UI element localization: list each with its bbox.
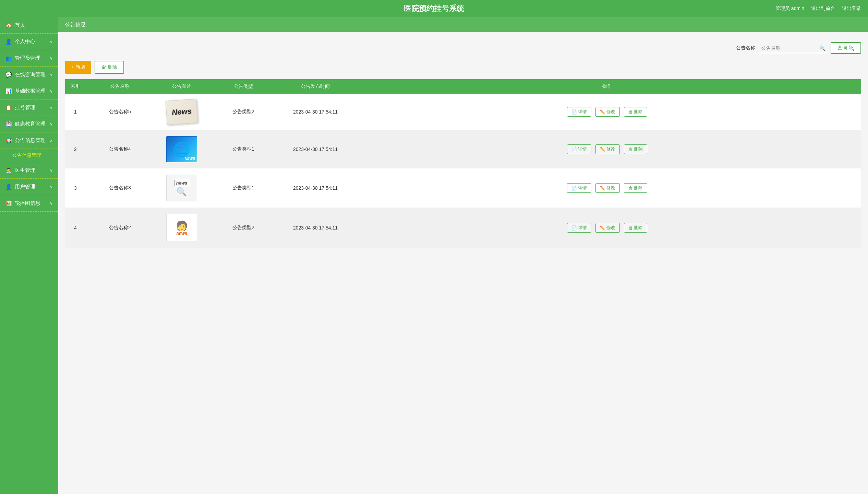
logout-link[interactable]: 退出登录 xyxy=(842,5,861,12)
edit-icon2: ✏️ xyxy=(600,147,605,152)
search-bar: 公告名称 🔍 查询 🔍 xyxy=(58,39,868,61)
edit-button4[interactable]: ✏️ 修改 xyxy=(595,223,620,233)
search-input[interactable] xyxy=(759,43,827,53)
cell-index: 2 xyxy=(65,130,86,168)
search-btn-icon: 🔍 xyxy=(848,45,854,51)
chat-icon: 💬 xyxy=(5,72,12,78)
sidebar-label-banner: 轮播图信息 xyxy=(15,200,40,207)
row-delete-icon4: 🗑 xyxy=(628,225,633,231)
sidebar-item-health-edu[interactable]: 🏥 健康教育管理 ∨ xyxy=(0,116,58,132)
cell-action: 📄 详情 ✏️ 修改 🗑 删除 xyxy=(353,208,861,248)
search-label: 公告名称 xyxy=(736,45,755,51)
row-delete-button4[interactable]: 🗑 删除 xyxy=(624,223,647,233)
search-btn-label: 查询 xyxy=(837,45,847,51)
cell-index: 4 xyxy=(65,208,86,248)
table-row: 1 公告名称5 News 公告类型2 2023-04-30 17:54:11 xyxy=(65,94,861,130)
sidebar-label-basic-data: 基础数据管理 xyxy=(15,88,46,94)
edit-icon: ✏️ xyxy=(600,109,605,115)
sidebar-item-doctor[interactable]: 👨‍⚕️ 医生管理 ∨ xyxy=(0,162,58,179)
detail-icon2: 📄 xyxy=(571,147,577,152)
batch-delete-button[interactable]: 🗑 删除 xyxy=(95,61,124,74)
edit-button3[interactable]: ✏️ 修改 xyxy=(595,183,620,193)
detail-button[interactable]: 📄 详情 xyxy=(567,107,591,117)
sidebar-item-admin-manage[interactable]: 👥 管理员管理 ∨ xyxy=(0,50,58,67)
cell-action: 📄 详情 ✏️ 修改 🗑 删除 xyxy=(353,94,861,130)
edit-label: 修改 xyxy=(606,109,615,115)
chevron-down-icon5: ∨ xyxy=(50,105,53,110)
sidebar-label-admin: 管理员管理 xyxy=(15,55,40,61)
detail-icon: 📄 xyxy=(571,109,577,115)
back-to-front-link[interactable]: 退出到前台 xyxy=(811,5,835,12)
add-btn-label: + 新增 xyxy=(71,64,85,70)
edit-button2[interactable]: ✏️ 修改 xyxy=(595,144,620,154)
col-time: 公告发布时间 xyxy=(278,79,353,94)
row-delete-button[interactable]: 🗑 删除 xyxy=(624,107,647,117)
sidebar-item-personal[interactable]: 👤 个人中心 ∨ xyxy=(0,34,58,50)
sidebar-item-notice-active[interactable]: 公告信息管理 xyxy=(0,149,58,162)
add-button[interactable]: + 新增 xyxy=(65,61,91,74)
sidebar-item-basic-data[interactable]: 📊 基础数据管理 ∨ xyxy=(0,83,58,99)
layout: 🏠 首页 👤 个人中心 ∨ 👥 管理员管理 ∨ 💬 在线咨询管理 xyxy=(0,17,868,494)
sidebar-item-notice-manage[interactable]: 📢 公告信息管理 ∧ xyxy=(0,132,58,149)
col-img: 公告图片 xyxy=(154,79,209,94)
search-button[interactable]: 查询 🔍 xyxy=(831,42,861,54)
sidebar-label-health: 健康教育管理 xyxy=(15,121,46,127)
cell-img: 🧑 NEWS xyxy=(154,208,209,248)
cell-index: 1 xyxy=(65,94,86,130)
sidebar-label-notice-active: 公告信息管理 xyxy=(12,152,41,158)
cell-action: 📄 详情 ✏️ 修改 🗑 删除 xyxy=(353,130,861,168)
sidebar-item-appointment[interactable]: 📋 挂号管理 ∨ xyxy=(0,99,58,116)
cell-name: 公告名称4 xyxy=(86,130,154,168)
sidebar-label-personal: 个人中心 xyxy=(15,38,35,45)
cell-img: 🌐 NEWS xyxy=(154,130,209,168)
row-delete-button3[interactable]: 🗑 删除 xyxy=(624,183,647,193)
sidebar-label-notice: 公告信息管理 xyxy=(15,137,46,144)
row-delete-label3: 删除 xyxy=(634,185,643,191)
header-right: 管理员 admin 退出到前台 退出登录 xyxy=(775,5,861,12)
chevron-down-icon7: ∨ xyxy=(50,168,53,173)
cell-type: 公告类型2 xyxy=(209,94,278,130)
edit-button[interactable]: ✏️ 修改 xyxy=(595,107,620,117)
delete-btn-label: 删除 xyxy=(108,64,117,70)
sidebar-item-banner[interactable]: 🖼️ 轮播图信息 ∨ xyxy=(0,195,58,212)
detail-label: 详情 xyxy=(578,109,587,115)
cell-time: 2023-04-30 17:54:11 xyxy=(278,168,353,208)
row-delete-button2[interactable]: 🗑 删除 xyxy=(624,144,647,154)
row-delete-label4: 删除 xyxy=(634,225,643,231)
chevron-down-icon9: ∨ xyxy=(50,201,53,206)
admin-label: 管理员 admin xyxy=(775,5,804,12)
health-icon: 🏥 xyxy=(5,121,12,127)
chevron-down-icon8: ∨ xyxy=(50,185,53,189)
sidebar-label-user-manage: 用户管理 xyxy=(15,184,35,190)
chevron-down-icon6: ∨ xyxy=(50,122,53,127)
search-icon: 🔍 xyxy=(819,45,825,51)
detail-icon3: 📄 xyxy=(571,186,577,191)
detail-button4[interactable]: 📄 详情 xyxy=(567,223,591,233)
chevron-up-icon: ∧ xyxy=(50,138,53,143)
edit-label3: 修改 xyxy=(606,185,615,191)
users-icon: 👤 xyxy=(5,184,12,190)
table-wrap: 索引 公告名称 公告图片 公告类型 公告发布时间 操作 1 公告名称5 xyxy=(58,79,868,248)
data-icon: 📊 xyxy=(5,88,12,94)
sidebar-item-user-manage[interactable]: 👤 用户管理 ∨ xyxy=(0,179,58,195)
cell-type: 公告类型1 xyxy=(209,168,278,208)
detail-label4: 详情 xyxy=(578,225,587,231)
detail-button3[interactable]: 📄 详情 xyxy=(567,183,591,193)
detail-label2: 详情 xyxy=(578,146,587,152)
page-header: 公告信息 xyxy=(58,17,868,32)
admin-icon: 👥 xyxy=(5,55,12,61)
row-delete-label2: 删除 xyxy=(634,146,643,152)
page-title: 公告信息 xyxy=(65,21,86,27)
sidebar-label-consult: 在线咨询管理 xyxy=(15,71,46,78)
detail-icon4: 📄 xyxy=(571,225,577,231)
row-delete-icon2: 🗑 xyxy=(628,147,633,152)
cell-name: 公告名称5 xyxy=(86,94,154,130)
appt-icon: 📋 xyxy=(5,105,12,111)
sidebar-item-home[interactable]: 🏠 首页 xyxy=(0,17,58,34)
doctor-icon: 👨‍⚕️ xyxy=(5,167,12,174)
row-delete-label: 删除 xyxy=(634,109,643,115)
detail-button2[interactable]: 📄 详情 xyxy=(567,144,591,154)
sidebar-item-online-consult[interactable]: 💬 在线咨询管理 ∨ xyxy=(0,67,58,83)
edit-icon4: ✏️ xyxy=(600,225,605,231)
col-type: 公告类型 xyxy=(209,79,278,94)
